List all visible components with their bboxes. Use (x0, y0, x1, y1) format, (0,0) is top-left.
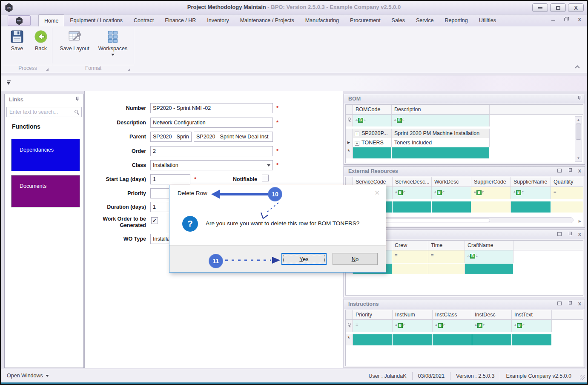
tab-home[interactable]: Home (38, 14, 64, 26)
new-row-cell[interactable] (551, 201, 583, 213)
column-header[interactable]: Crew (392, 241, 428, 250)
save-button[interactable]: Save (3, 30, 31, 52)
tab-equipment-locations[interactable]: Equipment / Locations (64, 14, 128, 26)
process-group-launcher-icon[interactable] (46, 68, 49, 71)
filter-cell[interactable]: ABC (433, 320, 472, 332)
mdi-restore-icon[interactable] (564, 17, 569, 21)
filter-cell[interactable]: = (428, 250, 465, 263)
abc-filter-icon[interactable]: ABC (468, 254, 478, 259)
maximize-button[interactable] (550, 3, 566, 12)
notifiable-checkbox[interactable] (262, 175, 269, 181)
expand-icon[interactable] (355, 132, 359, 136)
close-icon[interactable]: x (578, 302, 581, 306)
scroll-right-icon[interactable]: ▶ (579, 219, 581, 223)
new-row-cell[interactable] (472, 334, 512, 345)
new-row-cell[interactable] (393, 334, 433, 345)
tab-maintenance-projects[interactable]: Maintenance / Projects (235, 14, 300, 26)
close-icon[interactable]: x (578, 232, 581, 236)
filter-cell-bomcode[interactable]: ABC (353, 115, 392, 126)
filter-cell[interactable]: = (392, 250, 428, 263)
column-header[interactable]: Priority (353, 310, 393, 320)
format-group-launcher-icon[interactable] (128, 68, 130, 71)
filter-cell[interactable]: ABC (432, 187, 471, 199)
abc-filter-icon[interactable]: ABC (435, 323, 445, 328)
column-header[interactable]: Time (428, 241, 465, 250)
table-row[interactable]: TONERS Toners Included (346, 138, 583, 147)
filter-cell[interactable]: ABC (512, 320, 552, 332)
workspaces-button[interactable]: Workspaces (98, 30, 128, 56)
tab-service[interactable]: Service (410, 14, 439, 26)
scroll-down-icon[interactable]: ▼ (575, 155, 582, 161)
scroll-up-icon[interactable]: ▲ (575, 117, 582, 123)
abc-filter-icon[interactable]: ABC (394, 118, 404, 123)
column-header[interactable]: SupplierName (511, 177, 551, 187)
parent-description-field[interactable] (194, 132, 273, 142)
tab-manufacturing[interactable]: Manufacturing (300, 14, 344, 26)
new-row-cell[interactable] (465, 264, 513, 274)
new-row-cell[interactable] (511, 201, 551, 213)
abc-filter-icon[interactable]: ABC (514, 323, 525, 328)
dialog-close-icon[interactable]: ✕ (374, 189, 380, 197)
table-row[interactable]: SP2020P... Sprint 2020 PM Machine Instal… (346, 129, 583, 138)
abc-filter-icon[interactable]: ABC (513, 190, 524, 195)
filter-cell[interactable]: ABC (465, 250, 513, 263)
search-input[interactable] (9, 108, 69, 116)
new-row-cell[interactable] (393, 201, 432, 213)
new-row-cell[interactable] (471, 201, 511, 213)
pin-icon[interactable] (75, 97, 79, 101)
customize-toolbar-icon[interactable] (7, 80, 11, 85)
abc-filter-icon[interactable]: ABC (395, 323, 405, 328)
new-row-cell[interactable] (512, 334, 552, 345)
new-row-cell[interactable] (353, 334, 393, 345)
new-row-cell[interactable] (428, 264, 465, 274)
bomcode-cell[interactable]: SP2020P... (353, 129, 392, 138)
tab-utilities[interactable]: Utilities (473, 14, 502, 26)
new-row-cell[interactable] (392, 147, 490, 158)
pin-icon[interactable] (568, 301, 572, 306)
tab-finance-hr[interactable]: Finance / HR (159, 14, 201, 26)
new-row-cell[interactable] (392, 264, 428, 274)
filter-cell-description[interactable]: ABC (392, 115, 490, 126)
abc-filter-icon[interactable]: ABC (356, 118, 366, 123)
expand-icon[interactable] (355, 141, 359, 146)
application-menu-button[interactable]: BPO (8, 15, 31, 26)
column-header[interactable]: ServiceDesc... (393, 177, 432, 187)
class-select[interactable]: Installation (150, 160, 273, 170)
maximize-icon[interactable] (557, 169, 562, 172)
filter-cell[interactable]: ABC (511, 187, 551, 199)
equals-filter-icon[interactable]: = (554, 189, 556, 194)
tab-reporting[interactable]: Reporting (439, 14, 473, 26)
column-header[interactable]: Description (392, 105, 490, 115)
column-header[interactable]: InstNum (393, 310, 433, 320)
abc-filter-icon[interactable]: ABC (475, 323, 485, 328)
new-row-cell[interactable] (432, 201, 471, 213)
close-button[interactable]: X (568, 3, 584, 12)
column-header[interactable]: CraftName (465, 241, 513, 250)
description-cell[interactable]: Sprint 2020 PM Machine Installation (392, 129, 490, 138)
abc-filter-icon[interactable]: ABC (434, 190, 445, 195)
open-windows-button[interactable]: Open Windows (7, 373, 49, 379)
pin-icon[interactable] (568, 232, 572, 236)
filter-cell[interactable]: ABC (471, 187, 511, 199)
filter-cell[interactable]: = (551, 187, 583, 199)
back-button[interactable]: Back (27, 30, 54, 52)
column-header[interactable]: Quantity (551, 177, 583, 187)
resize-grip[interactable] (580, 375, 585, 380)
yes-button[interactable]: Yes (281, 253, 327, 265)
filter-cell[interactable]: = (353, 320, 393, 332)
no-button[interactable]: No (333, 253, 378, 265)
abc-filter-icon[interactable]: ABC (474, 190, 484, 195)
work-order-checkbox[interactable] (151, 217, 158, 224)
parent-code-field[interactable] (150, 132, 192, 142)
description-cell[interactable]: Toners Included (392, 138, 490, 147)
minimize-button[interactable] (532, 3, 548, 12)
new-row-cell[interactable] (433, 334, 472, 345)
horizontal-scrollbar[interactable] (353, 217, 574, 223)
mdi-close-icon[interactable]: x (578, 17, 581, 21)
column-header[interactable]: WorkDesc (432, 177, 471, 187)
equals-filter-icon[interactable]: = (356, 322, 358, 327)
column-header[interactable]: BOMCode (353, 105, 392, 115)
filter-cell[interactable]: ABC (393, 187, 432, 199)
mdi-minimize-icon[interactable] (551, 20, 555, 21)
tab-inventory[interactable]: Inventory (201, 14, 234, 26)
